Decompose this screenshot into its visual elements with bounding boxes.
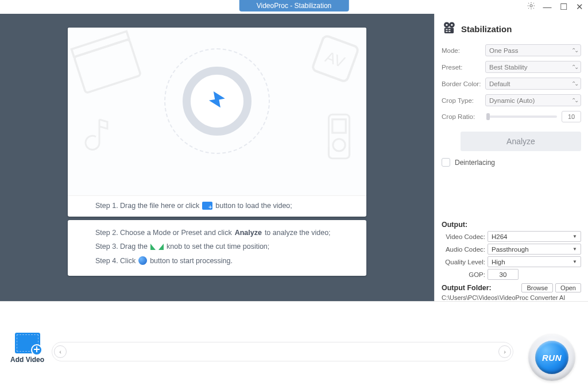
crop-ratio-slider[interactable] bbox=[486, 115, 557, 118]
mode-select[interactable]: One Pass⌃⌄ bbox=[485, 44, 581, 56]
svg-point-7 bbox=[333, 139, 345, 151]
crop-type-select[interactable]: Dynamic (Auto)⌃⌄ bbox=[485, 94, 581, 106]
audio-codec-select[interactable]: Passthrough▼ bbox=[488, 244, 581, 255]
output-heading: Output: bbox=[442, 221, 581, 229]
step-4-text: Step 4. Click button to start processing… bbox=[95, 253, 339, 268]
svg-rect-12 bbox=[444, 28, 454, 33]
svg-rect-6 bbox=[332, 120, 346, 133]
output-folder-path: C:\Users\PC\Videos\VideoProc Converter A… bbox=[442, 294, 581, 301]
bottom-bar: Add Video ‹ › RUN bbox=[0, 301, 588, 389]
minimize-button[interactable]: — bbox=[542, 2, 552, 11]
audio-codec-label: Audio Codec: bbox=[442, 246, 485, 253]
border-color-label: Border Color: bbox=[442, 80, 482, 87]
settings-icon[interactable] bbox=[526, 1, 536, 12]
trim-knob-left-icon bbox=[150, 244, 156, 250]
preset-select[interactable]: Best Stability⌃⌄ bbox=[485, 61, 581, 73]
browse-button[interactable]: Browse bbox=[521, 283, 553, 292]
mode-label: Mode: bbox=[442, 47, 482, 54]
video-codec-label: Video Codec: bbox=[442, 233, 485, 240]
steps-card: Step 2. Choose a Mode or Preset and clic… bbox=[68, 220, 366, 276]
border-color-select[interactable]: Default⌃⌄ bbox=[485, 78, 581, 90]
title-bar: VideoProc - Stabilization — ☐ ✕ bbox=[0, 0, 588, 14]
quality-level-select[interactable]: High▼ bbox=[488, 256, 581, 267]
step-2-text: Step 2. Choose a Mode or Preset and clic… bbox=[95, 226, 339, 240]
maximize-button[interactable]: ☐ bbox=[558, 2, 568, 12]
run-inline-icon bbox=[138, 256, 147, 265]
timeline[interactable] bbox=[52, 342, 513, 361]
timeline-next-button[interactable]: › bbox=[498, 345, 511, 358]
svg-point-11 bbox=[451, 24, 452, 26]
crop-ratio-value[interactable]: 10 bbox=[562, 111, 581, 122]
add-video-button[interactable]: Add Video bbox=[10, 333, 44, 364]
drop-zone[interactable]: AV bbox=[68, 28, 366, 195]
preview-stage: AV Step 1. Drag the file here or click b… bbox=[0, 14, 434, 301]
crop-ratio-label: Crop Ratio: bbox=[442, 113, 482, 120]
crop-type-label: Crop Type: bbox=[442, 97, 482, 104]
stabilization-icon bbox=[442, 21, 457, 37]
gop-label: GOP: bbox=[442, 271, 485, 278]
upload-arrow-icon bbox=[205, 88, 229, 114]
preset-label: Preset: bbox=[442, 64, 482, 71]
open-button[interactable]: Open bbox=[555, 283, 581, 292]
svg-text:AV: AV bbox=[323, 48, 347, 71]
svg-point-10 bbox=[446, 24, 447, 26]
deinterlacing-label: Deinterlacing bbox=[455, 159, 495, 167]
settings-panel: Stabilization Mode: One Pass⌃⌄ Preset: B… bbox=[434, 14, 588, 301]
deinterlacing-checkbox[interactable] bbox=[442, 158, 450, 167]
svg-rect-15 bbox=[446, 31, 447, 32]
output-folder-heading: Output Folder: bbox=[442, 284, 492, 292]
svg-rect-16 bbox=[448, 31, 450, 32]
run-button[interactable]: RUN bbox=[528, 334, 575, 381]
window-title: VideoProc - Stabilization bbox=[239, 0, 349, 11]
close-button[interactable]: ✕ bbox=[574, 2, 585, 12]
panel-title: Stabilization bbox=[461, 24, 512, 34]
add-video-inline-icon bbox=[202, 202, 212, 210]
svg-rect-2 bbox=[71, 31, 129, 57]
analyze-button[interactable]: Analyze bbox=[461, 132, 581, 151]
svg-rect-14 bbox=[448, 29, 450, 30]
svg-rect-13 bbox=[446, 29, 447, 30]
add-video-icon bbox=[15, 333, 40, 353]
gop-input[interactable] bbox=[488, 269, 519, 280]
quality-level-label: Quality Level: bbox=[442, 259, 485, 265]
step-1-text: Step 1. Drag the file here or click butt… bbox=[68, 195, 366, 217]
timeline-prev-button[interactable]: ‹ bbox=[54, 345, 67, 358]
step-3-text: Step 3. Drag the knob to set the cut tim… bbox=[95, 240, 339, 253]
trim-knob-right-icon bbox=[158, 244, 164, 250]
svg-point-0 bbox=[530, 5, 532, 7]
drop-circle bbox=[183, 67, 252, 136]
run-button-label: RUN bbox=[535, 341, 568, 374]
drop-card: AV Step 1. Drag the file here or click b… bbox=[68, 28, 366, 217]
video-codec-select[interactable]: H264▼ bbox=[488, 231, 581, 242]
